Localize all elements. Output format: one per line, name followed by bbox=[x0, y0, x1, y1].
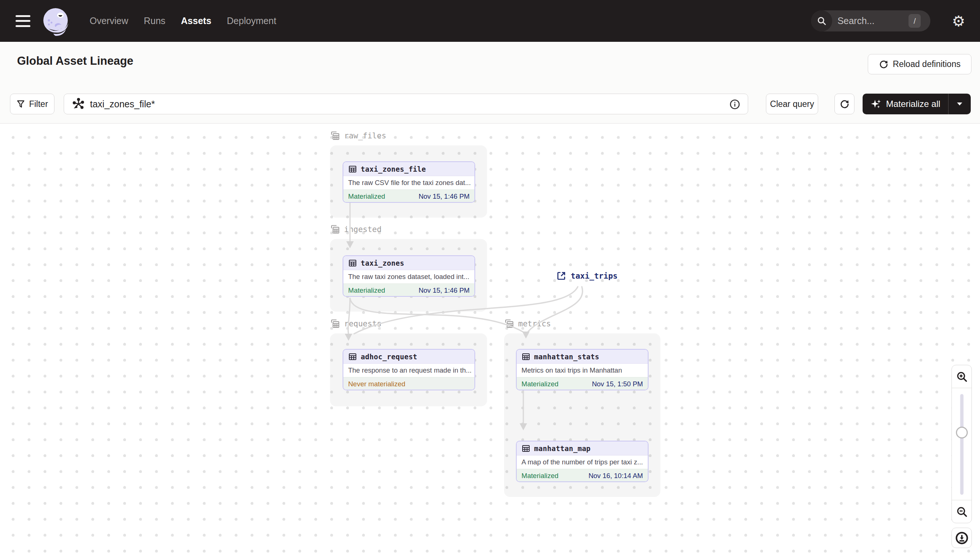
group-label-metrics[interactable]: metrics bbox=[504, 318, 551, 329]
asset-node-adhoc_request[interactable]: adhoc_request The response to an request… bbox=[343, 349, 475, 391]
asset-status-bar: Materialized Nov 16, 10:14 AM bbox=[517, 469, 648, 482]
refresh-button[interactable] bbox=[835, 94, 855, 114]
lineage-canvas: raw_files ingested requests metrics bbox=[0, 123, 980, 558]
filter-button[interactable]: Filter bbox=[10, 94, 54, 114]
group-label-raw-files[interactable]: raw_files bbox=[330, 131, 386, 141]
status-badge: Materialized bbox=[522, 472, 558, 480]
table-icon bbox=[522, 352, 530, 361]
reload-icon bbox=[879, 59, 888, 69]
asset-description: Metrics on taxi trips in Manhattan bbox=[517, 364, 648, 377]
chevron-down-icon bbox=[957, 102, 963, 106]
search-input[interactable]: Search... / bbox=[811, 10, 931, 31]
status-badge: Materialized bbox=[348, 192, 385, 200]
top-navbar: Overview Runs Assets Deployment Search..… bbox=[0, 0, 980, 42]
status-badge: Materialized bbox=[348, 286, 385, 295]
asset-node-taxi_zones[interactable]: taxi_zones The raw taxi zones dataset, l… bbox=[343, 255, 475, 297]
group-table-icon bbox=[330, 318, 340, 329]
group-table-icon bbox=[504, 318, 514, 329]
menu-icon[interactable] bbox=[16, 15, 30, 27]
asset-node-manhattan_map[interactable]: manhattan_map A map of the number of tri… bbox=[516, 441, 649, 482]
asset-status-bar: Never materialized bbox=[343, 377, 474, 391]
table-icon bbox=[348, 165, 357, 174]
nav-tabs: Overview Runs Assets Deployment bbox=[90, 16, 276, 26]
asset-description: A map of the number of trips per taxi z.… bbox=[517, 456, 648, 469]
zoom-in-icon bbox=[956, 371, 968, 382]
status-badge: Materialized bbox=[522, 380, 558, 388]
tab-assets[interactable]: Assets bbox=[181, 16, 211, 26]
graph-query-icon bbox=[72, 98, 85, 110]
gear-icon[interactable]: ⚙ bbox=[952, 14, 965, 28]
group-label-ingested[interactable]: ingested bbox=[330, 224, 382, 235]
asset-description: The raw taxi zones dataset, loaded int..… bbox=[343, 270, 474, 284]
asset-query-value: taxi_zones_file* bbox=[90, 99, 155, 110]
zoom-out-button[interactable] bbox=[952, 500, 972, 523]
zoom-slider-thumb[interactable] bbox=[956, 427, 968, 438]
materialize-options-caret[interactable] bbox=[949, 102, 971, 106]
zoom-slider-track[interactable] bbox=[960, 394, 964, 495]
tab-deployment[interactable]: Deployment bbox=[227, 16, 276, 26]
external-link-icon bbox=[556, 271, 566, 281]
tab-runs[interactable]: Runs bbox=[144, 16, 165, 26]
asset-description: The raw CSV file for the taxi zones dat.… bbox=[343, 176, 474, 189]
asset-status-bar: Materialized Nov 15, 1:46 PM bbox=[343, 189, 474, 203]
refresh-icon bbox=[840, 99, 850, 109]
page-title: Global Asset Lineage bbox=[17, 54, 133, 68]
asset-query-input[interactable]: taxi_zones_file* bbox=[64, 94, 748, 114]
materialization-timestamp: Nov 15, 1:50 PM bbox=[592, 380, 643, 388]
info-icon[interactable] bbox=[729, 99, 740, 110]
group-table-icon bbox=[330, 131, 340, 141]
external-asset-taxi_trips[interactable]: taxi_trips bbox=[556, 271, 618, 281]
zoom-in-button[interactable] bbox=[952, 365, 972, 388]
status-badge: Never materialized bbox=[348, 380, 405, 388]
zoom-panel bbox=[952, 365, 972, 523]
download-view-button[interactable] bbox=[952, 528, 972, 548]
table-icon bbox=[522, 444, 530, 453]
materialization-timestamp: Nov 16, 10:14 AM bbox=[588, 472, 643, 480]
filter-icon bbox=[16, 100, 25, 108]
clear-query-button[interactable]: Clear query bbox=[766, 94, 818, 114]
asset-status-bar: Materialized Nov 15, 1:50 PM bbox=[517, 377, 648, 391]
download-icon bbox=[955, 531, 969, 545]
asset-status-bar: Materialized Nov 15, 1:46 PM bbox=[343, 284, 474, 297]
materialization-timestamp: Nov 15, 1:46 PM bbox=[418, 192, 469, 200]
lineage-edges bbox=[0, 123, 980, 558]
search-shortcut-badge: / bbox=[909, 14, 921, 28]
zoom-out-icon bbox=[956, 506, 968, 518]
reload-definitions-button[interactable]: Reload definitions bbox=[868, 54, 972, 74]
table-icon bbox=[348, 259, 357, 268]
group-table-icon bbox=[330, 224, 340, 235]
search-icon bbox=[811, 10, 832, 31]
asset-description: The response to an request made in th... bbox=[343, 364, 474, 377]
group-label-requests[interactable]: requests bbox=[330, 318, 382, 329]
asset-node-manhattan_stats[interactable]: manhattan_stats Metrics on taxi trips in… bbox=[516, 349, 649, 391]
dagster-logo-icon bbox=[41, 5, 72, 37]
materialize-all-button[interactable]: Materialize all bbox=[863, 98, 948, 110]
tab-overview[interactable]: Overview bbox=[90, 16, 128, 26]
table-icon bbox=[348, 352, 357, 361]
search-placeholder: Search... bbox=[837, 16, 875, 26]
asset-node-taxi_zones_file[interactable]: taxi_zones_file The raw CSV file for the… bbox=[343, 161, 475, 203]
sparkles-icon bbox=[870, 98, 881, 110]
materialization-timestamp: Nov 15, 1:46 PM bbox=[418, 286, 469, 295]
materialize-all-split-button: Materialize all bbox=[863, 94, 971, 114]
